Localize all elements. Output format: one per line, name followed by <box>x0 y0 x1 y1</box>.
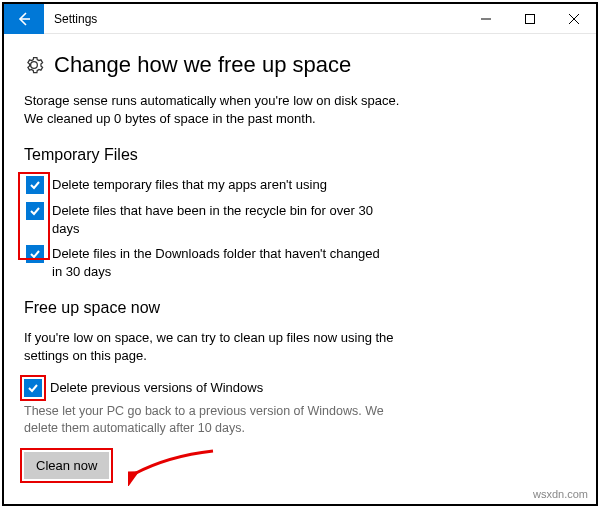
back-button[interactable] <box>4 4 44 34</box>
checkbox-label: Delete files in the Downloads folder tha… <box>52 245 386 280</box>
watermark: wsxdn.com <box>533 488 588 500</box>
checkbox-label: Delete files that have been in the recyc… <box>52 202 386 237</box>
temporary-files-group: Delete temporary files that my apps aren… <box>24 176 576 280</box>
window-controls <box>464 4 596 34</box>
section-heading-temporary-files: Temporary Files <box>24 146 576 164</box>
maximize-button[interactable] <box>508 4 552 34</box>
checkbox-row: Delete files in the Downloads folder tha… <box>26 245 386 280</box>
annotation-arrow-icon <box>128 446 218 486</box>
checkbox-delete-previous-windows[interactable] <box>24 379 42 397</box>
minimize-button[interactable] <box>464 4 508 34</box>
page-title: Change how we free up space <box>54 52 351 78</box>
checkbox-row: Delete files that have been in the recyc… <box>26 202 386 237</box>
page-header: Change how we free up space <box>24 52 576 78</box>
checkbox-recycle-bin[interactable] <box>26 202 44 220</box>
checkbox-label: Delete temporary files that my apps aren… <box>52 176 327 194</box>
free-up-description: If you're low on space, we can try to cl… <box>24 329 404 365</box>
section-heading-free-up: Free up space now <box>24 299 576 317</box>
intro-text: Storage sense runs automatically when yo… <box>24 92 576 128</box>
checkbox-downloads[interactable] <box>26 245 44 263</box>
checkbox-temp-files[interactable] <box>26 176 44 194</box>
clean-now-button[interactable]: Clean now <box>24 452 109 479</box>
svg-rect-2 <box>526 14 535 23</box>
checkbox-label: Delete previous versions of Windows <box>50 379 263 397</box>
close-button[interactable] <box>552 4 596 34</box>
delete-previous-note: These let your PC go back to a previous … <box>24 403 394 438</box>
titlebar: Settings <box>4 4 596 34</box>
window-title: Settings <box>54 12 464 26</box>
gear-icon <box>24 55 44 75</box>
checkbox-row: Delete temporary files that my apps aren… <box>26 176 386 194</box>
